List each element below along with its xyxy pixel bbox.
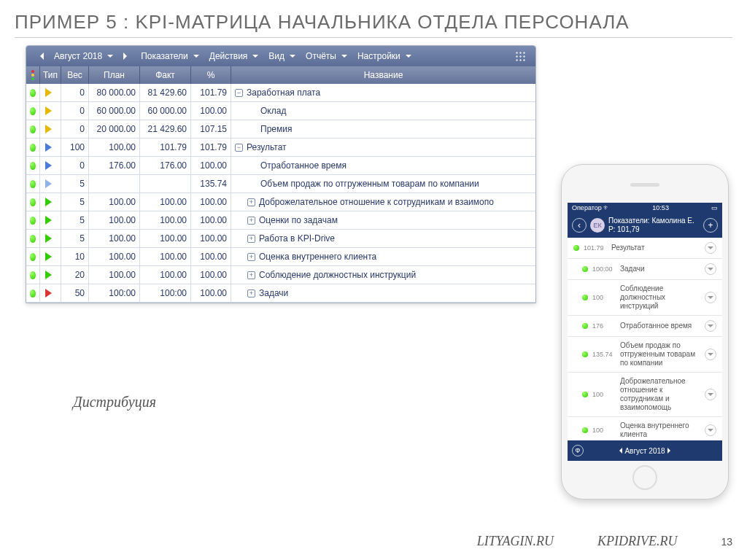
cell-weight: 0	[61, 102, 89, 120]
col-percent: %	[191, 66, 231, 84]
menu-settings[interactable]: Настройки	[353, 49, 416, 63]
cell-plan: 100.00	[89, 211, 140, 229]
expand-icon[interactable]: −	[235, 144, 243, 152]
menu-reports[interactable]: Отчёты	[301, 49, 352, 63]
col-weight: Вес	[61, 66, 89, 84]
table-body: 080 000.0081 429.60101.79−Заработная пла…	[26, 84, 535, 303]
expand-icon[interactable]: +	[247, 217, 255, 225]
cell-plan: 100.00	[89, 230, 140, 247]
cell-percent: 100.00	[191, 230, 231, 247]
cell-name: −Заработная плата	[231, 84, 535, 101]
col-status	[26, 66, 40, 84]
phone-list: 101.79Результат100:00Задачи100Соблюдение…	[568, 238, 722, 461]
col-type: Тип	[40, 66, 61, 84]
menu-actions[interactable]: Действия	[205, 49, 263, 63]
phone-list-item[interactable]: 135.74Объем продаж по отгруженным товара…	[568, 337, 722, 373]
cell-weight: 5	[61, 193, 89, 211]
expand-icon[interactable]: +	[247, 235, 255, 243]
avatar: ЕК	[590, 218, 605, 233]
cell-weight: 50	[61, 284, 89, 302]
cell-name: Оклад	[231, 102, 535, 120]
expand-icon[interactable]: +	[247, 198, 255, 206]
cell-plan: 80 000.00	[89, 84, 140, 101]
menu-view[interactable]: Вид	[264, 49, 300, 63]
period-picker[interactable]: Август 2018	[50, 49, 117, 63]
chevron-down-icon[interactable]	[705, 389, 716, 400]
prev-period-button[interactable]	[32, 50, 48, 62]
cell-name: +Задачи	[231, 284, 535, 302]
filter-button[interactable]: Ф	[572, 445, 584, 456]
status-dot	[30, 162, 36, 170]
status-dot	[582, 266, 588, 272]
phone-list-item[interactable]: 100:00Задачи	[568, 259, 722, 280]
grid-button[interactable]	[511, 49, 530, 63]
chevron-down-icon[interactable]	[705, 424, 716, 436]
cell-name: +Соблюдение должностных инструкций	[231, 266, 535, 284]
carrier-label: Оператор ᯤ	[572, 204, 610, 211]
chevron-down-icon[interactable]	[705, 349, 716, 360]
table-row[interactable]: 5135.74Объем продаж по отгруженным товар…	[26, 175, 535, 193]
cell-percent: 101.79	[191, 84, 231, 101]
table-row[interactable]: 060 000.0060 000.00100.00Оклад	[26, 102, 535, 120]
type-icon	[45, 161, 56, 170]
chevron-down-icon[interactable]	[705, 320, 716, 332]
type-icon	[45, 289, 56, 298]
table-row[interactable]: 10100.00100.00100.00+Оценка внутреннего …	[26, 248, 535, 266]
status-dot	[582, 295, 588, 300]
cell-fact: 21 429.60	[140, 120, 191, 138]
item-value: 100	[592, 427, 616, 434]
table-row[interactable]: 20100.00100.00100.00+Соблюдение должност…	[26, 266, 535, 284]
cell-name: +Оценка внутреннего клиента	[231, 248, 535, 265]
table-row[interactable]: 50100:00100:00100.00+Задачи	[26, 284, 535, 303]
table-row[interactable]: 080 000.0081 429.60101.79−Заработная пла…	[26, 84, 535, 102]
cell-percent: 100.00	[191, 211, 231, 229]
status-dot	[30, 271, 36, 279]
phone-period-picker[interactable]: Август 2018	[616, 447, 673, 455]
next-period-button[interactable]	[119, 50, 135, 62]
phone-footer: Ф Август 2018	[568, 440, 722, 461]
add-button[interactable]: +	[703, 218, 718, 233]
arrow-left-icon	[616, 448, 622, 454]
toolbar: Август 2018 Показатели Действия Вид Отчё…	[26, 46, 535, 66]
item-label: Отработанное время	[620, 322, 700, 330]
home-button[interactable]	[632, 465, 657, 490]
expand-icon[interactable]: +	[247, 253, 255, 261]
status-dot	[30, 235, 36, 243]
item-value: 100	[592, 294, 616, 301]
expand-icon[interactable]: −	[235, 89, 243, 97]
back-button[interactable]: ‹	[572, 218, 587, 233]
chevron-down-icon[interactable]	[705, 263, 716, 275]
status-dot	[30, 198, 36, 206]
type-icon	[45, 143, 56, 152]
footer: LITYAGIN.RU KPIDRIVE.RU 13	[477, 534, 732, 549]
expand-icon[interactable]: +	[247, 271, 255, 279]
menu-indicators[interactable]: Показатели	[136, 49, 204, 63]
chevron-down-icon[interactable]	[705, 292, 716, 303]
phone-speaker	[630, 183, 659, 187]
table-row[interactable]: 5100.00100.00100.00+Доброжелательное отн…	[26, 193, 535, 211]
expand-icon[interactable]: +	[247, 289, 255, 298]
cell-weight: 0	[61, 84, 89, 101]
phone-list-item[interactable]: 176Отработанное время	[568, 316, 722, 337]
cell-percent: 100.00	[191, 248, 231, 265]
status-dot	[30, 253, 36, 261]
cell-plan: 100.00	[89, 248, 140, 265]
type-icon	[45, 234, 56, 243]
chevron-down-icon[interactable]	[705, 242, 716, 254]
table-row[interactable]: 100100.00101.79101.79−Результат	[26, 139, 535, 157]
table-row[interactable]: 5100.00100.00100.00+Оценки по задачам	[26, 211, 535, 230]
table-row[interactable]: 5100.00100.00100.00+Работа в KPI-Drive	[26, 230, 535, 248]
cell-name: +Работа в KPI-Drive	[231, 230, 535, 247]
cell-name: +Доброжелательное отношение к сотрудника…	[231, 193, 535, 211]
phone-list-item[interactable]: 100Соблюдение должностных инструкций	[568, 280, 722, 316]
status-dot	[582, 323, 588, 329]
arrow-right-icon	[667, 448, 673, 454]
phone-list-item[interactable]: 100Доброжелательное отношение к сотрудни…	[568, 373, 722, 417]
phone-list-item[interactable]: 101.79Результат	[568, 238, 722, 259]
page-number: 13	[721, 536, 732, 548]
table-row[interactable]: 020 000.0021 429.60107.15Премия	[26, 120, 535, 139]
cell-percent: 107.15	[191, 120, 231, 138]
cell-fact: 101.79	[140, 139, 191, 156]
table-row[interactable]: 0176.00176.00100.00Отработанное время	[26, 157, 535, 175]
item-label: Соблюдение должностных инструкций	[620, 284, 700, 311]
